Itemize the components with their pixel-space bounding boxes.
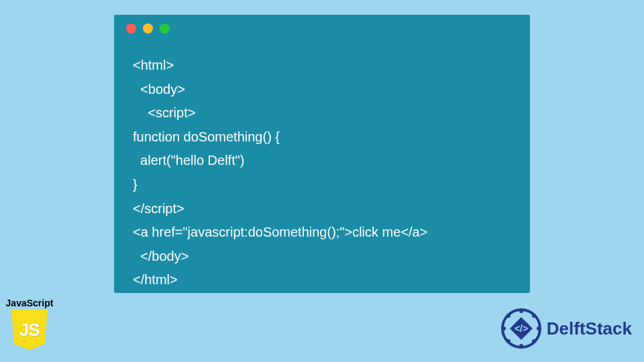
javascript-badge: JavaScript JS (3, 298, 56, 350)
maximize-dot-icon (160, 23, 170, 34)
javascript-label: JavaScript (3, 298, 56, 308)
svg-point-1 (519, 309, 523, 313)
svg-point-3 (502, 326, 506, 330)
svg-point-6 (532, 314, 536, 318)
window-titlebar (114, 15, 530, 42)
svg-point-7 (506, 339, 511, 343)
svg-text:</>: </> (515, 323, 528, 334)
delftstack-logo: </> DelftStack (500, 307, 632, 350)
javascript-shield-icon: JS (11, 310, 48, 350)
minimize-dot-icon (143, 23, 153, 34)
delftstack-text: DelftStack (547, 318, 632, 339)
svg-point-2 (519, 344, 523, 348)
close-dot-icon (126, 23, 136, 34)
javascript-shield-text: JS (19, 320, 40, 341)
svg-point-5 (506, 314, 511, 318)
delftstack-mark-icon: </> (500, 307, 543, 350)
code-content: <html> <body> <script> function doSometh… (114, 42, 530, 292)
code-window: <html> <body> <script> function doSometh… (114, 15, 530, 293)
svg-point-8 (532, 339, 536, 343)
svg-point-4 (537, 326, 541, 330)
